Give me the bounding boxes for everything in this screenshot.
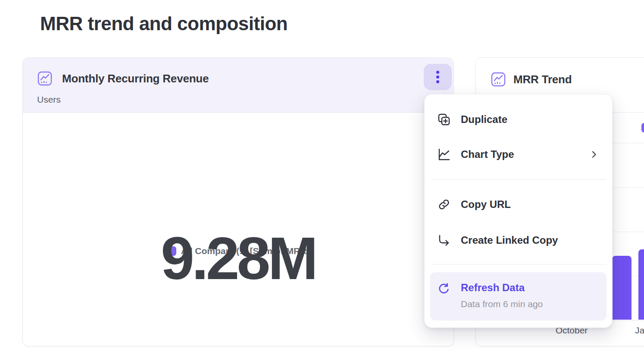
trend-legend-swatch-icon xyxy=(641,123,644,132)
link-icon xyxy=(437,198,451,211)
mrr-card-header: Monthly Recurring Revenue Users xyxy=(23,58,453,113)
trend-card-title: MRR Trend xyxy=(513,73,572,86)
trend-bar[interactable] xyxy=(612,256,631,320)
card-options-menu: Duplicate Chart Type xyxy=(424,94,613,328)
chart-type-icon xyxy=(437,148,451,161)
menu-item-duplicate[interactable]: Duplicate xyxy=(425,106,612,133)
mrr-kpi-card: Monthly Recurring Revenue Users All Comp… xyxy=(22,57,454,346)
chevron-right-icon xyxy=(590,150,598,159)
menu-item-label: Chart Type xyxy=(461,148,514,160)
card-options-button[interactable] xyxy=(424,64,452,90)
mrr-card-title: Monthly Recurring Revenue xyxy=(62,72,209,85)
x-axis-label-january: Ja xyxy=(635,325,644,336)
duplicate-icon xyxy=(437,113,451,126)
trend-bar[interactable] xyxy=(638,249,644,320)
menu-item-label: Create Linked Copy xyxy=(461,234,558,246)
chart-widget-icon xyxy=(38,71,52,86)
dashboard-page: MRR trend and composition Monthly Recurr… xyxy=(0,0,644,352)
kpi-value: 9.28M xyxy=(23,201,453,316)
menu-item-refresh-data[interactable]: Refresh Data Data from 6 min ago xyxy=(430,272,606,321)
refresh-data-timestamp: Data from 6 min ago xyxy=(461,299,543,309)
mrr-card-subtitle: Users xyxy=(37,94,61,105)
refresh-data-label: Refresh Data xyxy=(461,282,525,294)
menu-item-label: Duplicate xyxy=(461,113,507,126)
menu-divider xyxy=(431,179,606,180)
menu-item-label: Copy URL xyxy=(461,198,511,211)
menu-item-copy-url[interactable]: Copy URL xyxy=(425,191,612,218)
linked-copy-arrow-icon xyxy=(437,233,451,247)
page-title: MRR trend and composition xyxy=(40,13,288,35)
refresh-icon xyxy=(437,282,450,295)
menu-divider xyxy=(431,264,606,264)
chart-widget-icon xyxy=(491,72,506,87)
kebab-menu-icon xyxy=(436,71,439,74)
menu-item-create-linked-copy[interactable]: Create Linked Copy xyxy=(425,226,612,254)
menu-item-chart-type[interactable]: Chart Type xyxy=(425,141,612,168)
